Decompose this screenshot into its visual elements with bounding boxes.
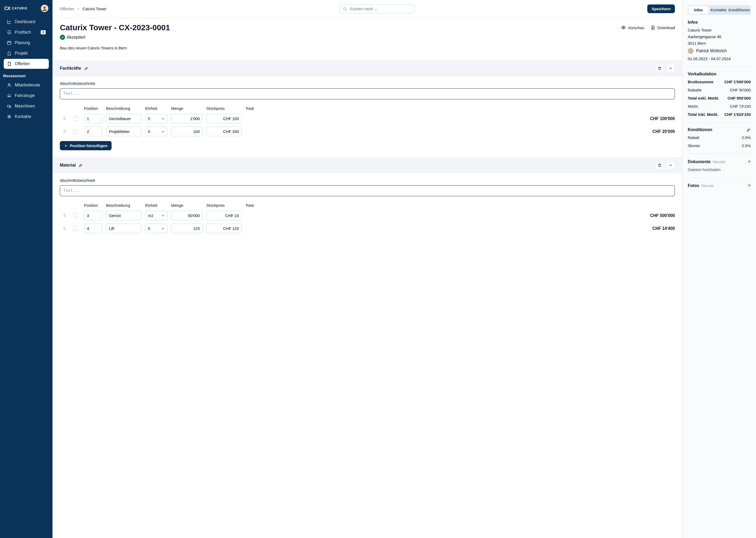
position-input[interactable] [84,127,102,136]
bell-icon [7,30,12,35]
sort-label[interactable]: Neuste [701,183,714,188]
add-position-button[interactable]: Position hinzufügen [60,141,112,150]
eye-icon [621,25,626,30]
section-header-material: Material [53,158,682,173]
delete-button[interactable] [655,161,664,169]
nav-planung[interactable]: Planung [4,38,49,48]
section-description-input[interactable] [60,185,675,196]
beschreibung-input[interactable] [106,114,141,124]
row-total: CHF 20'000 [246,129,675,134]
drag-handle-icon[interactable]: ⠿ [60,214,69,218]
beschreibung-input[interactable] [106,224,141,233]
einheit-select[interactable]: m2 [145,211,167,220]
chevron-down-icon [162,130,165,133]
logo[interactable]: CXCATURIX [4,6,27,11]
dokumente-heading: Dokumente [688,159,711,164]
svg-point-8 [344,7,346,10]
table-row: ⠿ m2 CHF 500'000 [60,211,675,220]
car-icon [7,93,12,98]
tabs: Infos Kontakte Konditionen [688,5,751,15]
address-line: 3011 Bern [688,41,751,45]
row-checkbox[interactable] [73,213,78,218]
vorkalkulation-heading: Vorkalkulation [688,72,751,77]
chevron-right-icon [77,7,80,11]
col-beschreibung: Beschreibung [106,106,141,111]
stueckpreis-input[interactable] [206,211,242,220]
stueckpreis-input[interactable] [206,224,242,233]
col-total: Total [246,106,675,111]
table-row: ⠿ h CHF 14'400 [60,224,675,233]
row-checkbox[interactable] [73,226,78,231]
sort-label[interactable]: Neuste [713,159,725,164]
tab-konditionen[interactable]: Konditionen [729,6,750,14]
menge-input[interactable] [171,114,203,124]
svg-point-5 [8,107,8,107]
preview-button[interactable]: Vorschau [621,25,644,30]
sidebar: CXCATURIX Dashboard Postfach 2 Planung [0,0,53,538]
section-description-input[interactable] [60,88,675,99]
einheit-select[interactable]: h [145,114,167,124]
drag-handle-icon[interactable]: ⠿ [60,117,69,121]
stueckpreis-input[interactable] [206,127,242,136]
einheit-select[interactable]: h [145,127,167,136]
beschreibung-input[interactable] [106,127,141,136]
breadcrumb-current: Caturix Tower [82,7,106,11]
svg-point-9 [623,27,624,28]
avatar [688,48,693,54]
col-stueckpreis: Stückpreis [206,106,242,111]
collapse-button[interactable] [667,64,675,73]
menge-input[interactable] [171,224,203,233]
tab-infos[interactable]: Infos [688,6,708,14]
menge-input[interactable] [171,211,203,220]
add-foto-button[interactable]: + [748,183,751,188]
infos-heading: Infos [688,20,751,25]
nav-postfach[interactable]: Postfach 2 [4,27,49,37]
collapse-button[interactable] [667,161,675,169]
search-input[interactable] [339,4,414,13]
menge-input[interactable] [171,127,203,136]
at-icon [7,114,12,119]
edit-icon[interactable] [84,66,88,71]
nav-offerten[interactable]: Offerten [4,59,49,69]
nav-kontakte[interactable]: Kontakte [4,112,49,122]
svg-point-2 [8,83,10,85]
chevron-down-icon [162,214,165,217]
page-description: Bau des neuen Caturix Towers in Bern [60,46,675,50]
breadcrumb-root[interactable]: Offerten [60,7,74,11]
beschreibung-input[interactable] [106,211,141,220]
edit-icon[interactable] [79,163,83,167]
position-input[interactable] [84,224,102,233]
position-input[interactable] [84,211,102,220]
nav-projekt[interactable]: Projekt [4,48,49,58]
upload-link[interactable]: Dateien hochladen [688,167,751,172]
tab-kontakte[interactable]: Kontakte [708,6,729,14]
add-dokument-button[interactable]: + [748,159,751,165]
check-icon [60,35,65,40]
einheit-select[interactable]: h [145,224,167,233]
save-button[interactable]: Speichern [647,4,675,13]
drag-handle-icon[interactable]: ⠿ [60,227,69,231]
nav-dashboard[interactable]: Dashboard [4,17,49,27]
drag-handle-icon[interactable]: ⠿ [60,130,69,134]
avatar[interactable] [41,5,48,12]
nav-mitarbeitende[interactable]: Mitarbeitende [4,80,49,90]
document-icon [7,62,12,66]
stueckpreis-input[interactable] [206,114,242,124]
table-row: ⠿ h CHF 100'000 [60,114,675,124]
row-checkbox[interactable] [73,116,78,121]
search-icon [343,7,347,11]
table-row: ⠿ h CHF 20'000 [60,127,675,136]
download-button[interactable]: Download [650,25,675,30]
resources-heading: Ressourcen [0,69,53,80]
calendar-icon [7,40,12,45]
row-checkbox[interactable] [73,129,78,134]
status-badge: Akzeptiert [60,35,85,40]
contact-name: Patrick Wüthrich [696,49,727,53]
nav-fahrzeuge[interactable]: Fahrzeuge [4,91,49,101]
position-input[interactable] [84,114,102,124]
delete-button[interactable] [655,64,664,73]
section-header-fachkraefte: Fachkräfte [53,61,682,76]
fotos-heading: Fotos [688,183,699,188]
edit-icon[interactable] [746,128,751,132]
nav-maschinen[interactable]: Maschinen [4,101,49,111]
